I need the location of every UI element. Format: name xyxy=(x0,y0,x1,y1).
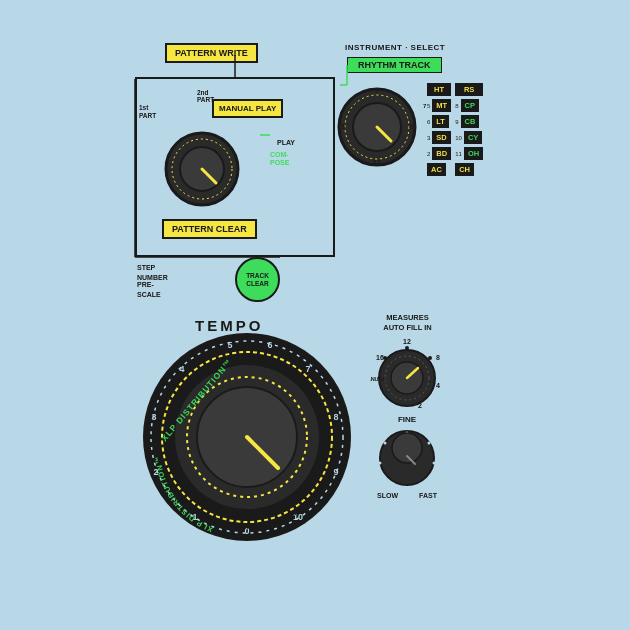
svg-text:8: 8 xyxy=(333,412,338,422)
svg-text:4: 4 xyxy=(436,382,440,389)
track-clear-button[interactable]: TRACKCLEAR xyxy=(235,257,280,302)
svg-text:6: 6 xyxy=(267,340,272,350)
part-selector-knob[interactable] xyxy=(162,129,242,209)
measures-label: MEASURESAUTO FILL IN xyxy=(370,313,445,333)
rs-button[interactable]: RS xyxy=(455,83,483,96)
slow-fast-label: SLOW FAST xyxy=(377,492,437,499)
pre-scale-label: PRE-SCALE xyxy=(137,280,161,300)
svg-text:7: 7 xyxy=(305,364,310,374)
play-label: PLAY xyxy=(277,139,295,146)
svg-text:7: 7 xyxy=(375,87,379,94)
fine-knob[interactable] xyxy=(377,428,437,488)
measures-section: MEASURESAUTO FILL IN 12 8 4 16 2 MAN xyxy=(370,313,445,413)
pattern-clear-button[interactable]: PATTERN CLEAR xyxy=(162,219,257,239)
instrument-selector-knob[interactable]: 7 12 5 8 xyxy=(335,85,420,170)
svg-text:8: 8 xyxy=(436,354,440,361)
measures-knob[interactable]: 12 8 4 16 2 MANUAL xyxy=(370,338,445,413)
svg-text:12: 12 xyxy=(373,159,381,166)
svg-text:5: 5 xyxy=(227,340,232,350)
svg-text:8: 8 xyxy=(409,123,413,130)
svg-point-49 xyxy=(433,462,436,465)
cb-button[interactable]: CB xyxy=(461,115,480,128)
sd-button[interactable]: SD xyxy=(432,131,450,144)
ch-button[interactable]: CH xyxy=(455,163,474,176)
instrument-grid: HT RS 5 MT 8 CP 6 LT 9 CB 3 SD 10 CY xyxy=(427,83,483,176)
rhythm-track-label: RHYTHM TRACK xyxy=(347,57,442,73)
instrument-select-label: INSTRUMENT · SELECT xyxy=(345,43,445,52)
lt-button[interactable]: LT xyxy=(432,115,449,128)
ht-button[interactable]: HT xyxy=(427,83,451,96)
pattern-write-button[interactable]: PATTERN WRITE xyxy=(165,43,258,63)
mt-button[interactable]: MT xyxy=(432,99,451,112)
svg-text:3: 3 xyxy=(151,412,156,422)
svg-text:5: 5 xyxy=(341,123,345,130)
fine-section: FINE SLOW FAST xyxy=(377,415,437,499)
svg-point-50 xyxy=(384,442,387,445)
svg-text:12: 12 xyxy=(403,338,411,345)
fast-label: FAST xyxy=(419,492,437,499)
cy-button[interactable]: CY xyxy=(464,131,482,144)
manual-play-button[interactable]: MANUAL PLAY xyxy=(212,99,283,118)
oh-button[interactable]: OH xyxy=(464,147,483,160)
svg-point-48 xyxy=(428,442,431,445)
bd-button[interactable]: BD xyxy=(432,147,451,160)
svg-text:MANUAL: MANUAL xyxy=(370,376,387,382)
slow-label: SLOW xyxy=(377,492,398,499)
ac-button[interactable]: AC xyxy=(427,163,446,176)
svg-text:4: 4 xyxy=(179,364,184,374)
cp-button[interactable]: CP xyxy=(461,99,479,112)
svg-text:9: 9 xyxy=(333,467,338,477)
part-1-label: 1stPART xyxy=(139,104,156,121)
fine-label: FINE xyxy=(377,415,437,424)
compose-label: COM-POSE xyxy=(270,151,289,166)
svg-point-52 xyxy=(392,433,422,463)
svg-text:16: 16 xyxy=(376,354,384,361)
main-panel: 1stPART 2ndPART MANUAL PLAY PLAY COM-POS… xyxy=(135,77,335,257)
tempo-knob[interactable]: 0 1 2 3 4 5 6 7 8 9 10 XLP xyxy=(140,330,355,545)
svg-point-51 xyxy=(379,462,382,465)
